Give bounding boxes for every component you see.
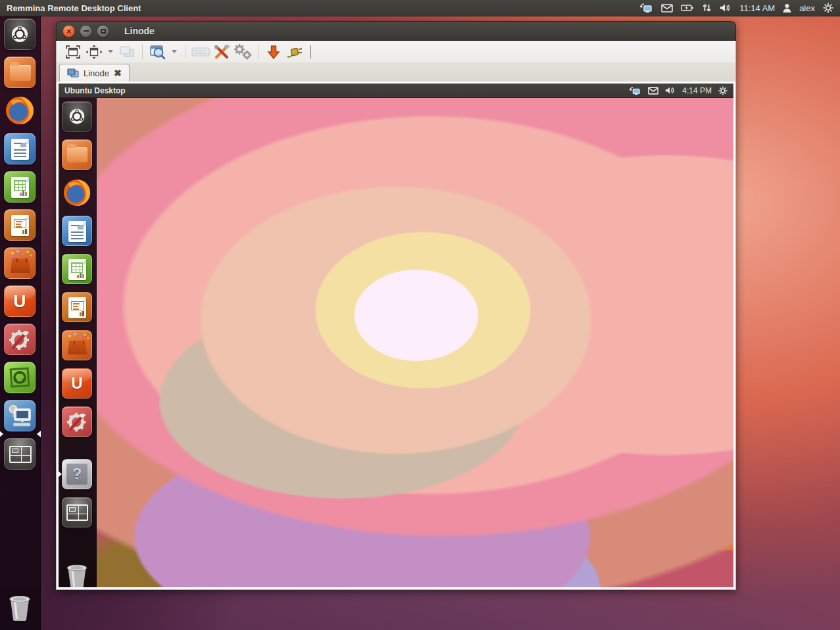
user-menu[interactable]: alex <box>799 3 815 13</box>
remote-clock[interactable]: 4:14 PM <box>682 86 712 95</box>
toolbar-cursor <box>310 45 310 59</box>
send-keys-button <box>191 43 210 61</box>
duplicate-icon <box>119 45 135 59</box>
user-icon <box>783 3 791 12</box>
launcher-item-remmina[interactable] <box>4 400 36 431</box>
remote-launcher-item-libreoffice-impress[interactable] <box>62 292 92 322</box>
network-connection-icon[interactable] <box>628 86 641 95</box>
tools-button[interactable] <box>212 43 232 61</box>
remote-desktop-view[interactable]: Ubuntu Desktop <box>59 84 733 587</box>
battery-icon[interactable] <box>681 4 694 12</box>
tab-bar: Linode ✖ <box>56 62 736 82</box>
plug-icon <box>286 45 303 59</box>
ubuntu-one-icon: U <box>14 291 26 312</box>
launcher-item-libreoffice-calc[interactable] <box>4 171 36 203</box>
duplicate-connection-button <box>117 43 137 61</box>
volume-icon[interactable] <box>720 3 731 12</box>
gears-icon <box>233 43 253 61</box>
fullscreen-icon <box>65 45 81 59</box>
impress-document-icon <box>68 297 86 318</box>
window-titlebar[interactable]: × Linode <box>56 21 736 41</box>
remmina-window: × Linode <box>56 21 736 590</box>
tab-close-button[interactable]: ✖ <box>114 68 122 78</box>
bandwidth-icon[interactable] <box>702 3 712 12</box>
folder-icon <box>67 147 87 162</box>
dash-icon <box>10 24 30 44</box>
workspace-grid-icon <box>9 446 32 463</box>
remote-unity-launcher: U <box>59 98 97 587</box>
clock[interactable]: 11:14 AM <box>739 3 775 13</box>
launcher-item-trash[interactable] <box>4 592 36 623</box>
dash-icon <box>68 107 86 126</box>
settings-gear-wrench-icon <box>64 409 89 434</box>
fullscreen-button[interactable] <box>63 43 83 61</box>
remote-launcher-item-ubuntu-one[interactable]: U <box>62 368 92 399</box>
tab-label: Linode <box>84 68 109 78</box>
launcher-item-system-settings[interactable] <box>4 324 36 355</box>
unknown-window-icon: ? <box>66 464 87 485</box>
launcher-item-libreoffice-impress[interactable] <box>4 209 36 241</box>
desktop: Remmina Remote Desktop Client <box>0 0 840 630</box>
launcher-item-software-center[interactable] <box>4 247 36 279</box>
toolbar-separator <box>258 45 259 59</box>
network-connection-icon[interactable] <box>639 3 653 13</box>
session-gear-icon[interactable] <box>823 3 833 13</box>
fit-window-button[interactable] <box>84 43 104 61</box>
fit-window-dropdown[interactable] <box>108 50 113 53</box>
top-panel-title: Remmina Remote Desktop Client <box>7 3 141 13</box>
window-title: Linode <box>124 26 155 36</box>
launcher-item-files[interactable] <box>4 57 36 88</box>
firefox-icon <box>4 95 36 126</box>
firefox-icon <box>62 178 92 208</box>
updater-icon <box>8 366 32 389</box>
launcher-item-firefox[interactable] <box>4 95 36 126</box>
remote-panel-title: Ubuntu Desktop <box>64 86 126 95</box>
window-maximize-button[interactable] <box>97 25 109 37</box>
scaled-mode-dropdown[interactable] <box>172 50 177 53</box>
remote-top-panel: Ubuntu Desktop <box>59 84 733 98</box>
remote-launcher-item-trash[interactable] <box>62 561 92 587</box>
remote-launcher-item-libreoffice-writer[interactable] <box>62 216 92 246</box>
launcher-item-software-updater[interactable] <box>4 362 36 393</box>
ubuntu-one-icon: U <box>71 374 82 393</box>
launcher-item-ubuntu-one[interactable]: U <box>4 285 36 317</box>
remote-launcher-item-system-settings[interactable] <box>62 406 92 437</box>
writer-document-icon <box>68 221 86 242</box>
folder-icon <box>10 65 31 81</box>
launcher-item-dash[interactable] <box>4 18 36 50</box>
remote-launcher-item-software-center[interactable] <box>62 330 92 360</box>
launcher-item-libreoffice-writer[interactable] <box>4 133 36 164</box>
calc-document-icon <box>68 259 86 280</box>
mail-icon[interactable] <box>648 87 658 95</box>
workspace-grid-icon <box>66 504 88 521</box>
window-content: Ubuntu Desktop <box>56 82 736 590</box>
remote-system-tray: 4:14 PM <box>628 86 728 95</box>
remmina-focused-indicator <box>37 431 41 437</box>
session-gear-icon[interactable] <box>718 86 728 95</box>
calc-document-icon <box>11 177 29 198</box>
scaled-mode-button[interactable] <box>148 43 168 61</box>
top-panel: Remmina Remote Desktop Client <box>0 0 840 16</box>
trash-icon <box>4 592 36 623</box>
unity-launcher: U <box>0 16 41 630</box>
screenshot-download-button[interactable] <box>264 43 284 61</box>
tab-linode[interactable]: Linode ✖ <box>59 64 130 82</box>
window-close-button[interactable]: × <box>62 25 75 37</box>
remote-launcher-item-unknown-window[interactable]: ? <box>62 459 92 489</box>
remote-launcher-item-libreoffice-calc[interactable] <box>62 254 92 284</box>
remote-launcher-item-files[interactable] <box>62 139 92 170</box>
preferences-button[interactable] <box>233 43 253 61</box>
remote-launcher-item-workspace-switcher[interactable] <box>62 497 92 527</box>
remmina-toolbar <box>56 41 736 62</box>
window-minimize-button[interactable] <box>80 25 92 37</box>
mail-icon[interactable] <box>661 4 673 12</box>
remote-launcher-item-firefox[interactable] <box>62 178 92 208</box>
remmina-running-indicator <box>0 431 3 437</box>
writer-document-icon <box>11 139 29 160</box>
volume-icon[interactable] <box>665 86 676 95</box>
tools-icon <box>213 43 230 61</box>
launcher-item-workspace-switcher[interactable] <box>4 438 36 470</box>
remote-launcher-item-dash[interactable] <box>62 101 92 132</box>
disconnect-button[interactable] <box>285 43 305 61</box>
trash-icon <box>62 561 92 587</box>
